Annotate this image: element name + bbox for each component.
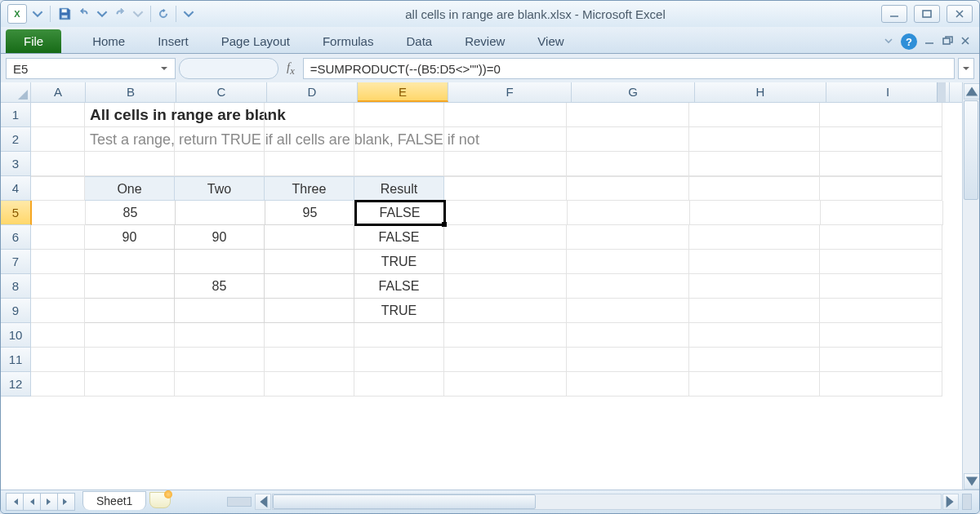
cell-B5[interactable]: 85 bbox=[86, 201, 176, 225]
next-sheet-icon[interactable] bbox=[40, 493, 58, 511]
tab-split-handle[interactable] bbox=[227, 497, 252, 507]
split-handle-top[interactable] bbox=[937, 82, 946, 102]
col-header-E[interactable]: E bbox=[358, 82, 448, 102]
maximize-button[interactable] bbox=[914, 5, 940, 23]
cell-B8[interactable] bbox=[85, 274, 175, 299]
row-header-3[interactable]: 3 bbox=[1, 152, 31, 176]
cell-D6[interactable] bbox=[265, 225, 354, 250]
hscroll-track[interactable] bbox=[272, 494, 942, 510]
col-header-D[interactable]: D bbox=[267, 82, 358, 102]
quick-access-toolbar: X bbox=[7, 4, 196, 24]
row-header-9[interactable]: 9 bbox=[1, 299, 31, 323]
tab-formulas[interactable]: Formulas bbox=[306, 29, 390, 53]
formula-expand-icon[interactable] bbox=[958, 58, 974, 79]
cell-D5[interactable]: 95 bbox=[265, 201, 355, 225]
fill-handle[interactable] bbox=[442, 222, 447, 227]
col-header-I[interactable]: I bbox=[826, 82, 950, 102]
subtitle-cell[interactable]: Test a range, return TRUE if all cells a… bbox=[85, 127, 175, 152]
scroll-up-icon[interactable] bbox=[964, 83, 980, 100]
cell-C6[interactable]: 90 bbox=[175, 225, 265, 250]
horizontal-scrollbar[interactable] bbox=[225, 493, 974, 511]
redo-dropdown-icon[interactable] bbox=[131, 7, 145, 21]
scroll-thumb[interactable] bbox=[964, 100, 978, 200]
row-header-12[interactable]: 12 bbox=[1, 372, 31, 397]
table-header-one[interactable]: One bbox=[85, 176, 175, 201]
cell-E7[interactable]: TRUE bbox=[354, 250, 444, 274]
scroll-left-icon[interactable] bbox=[255, 494, 271, 510]
ribbon-tabs: File Home Insert Page Layout Formulas Da… bbox=[1, 27, 979, 54]
col-header-C[interactable]: C bbox=[176, 82, 267, 102]
table-header-result[interactable]: Result bbox=[354, 176, 444, 201]
table-header-two[interactable]: Two bbox=[175, 176, 265, 201]
cell-E6[interactable]: FALSE bbox=[354, 225, 444, 250]
fx-icon[interactable]: fx bbox=[282, 60, 300, 78]
row-header-10[interactable]: 10 bbox=[1, 323, 31, 348]
formula-input[interactable]: =SUMPRODUCT(--(B5:D5<>""))=0 bbox=[303, 58, 955, 79]
row-header-11[interactable]: 11 bbox=[1, 348, 31, 372]
cell-E9[interactable]: TRUE bbox=[354, 299, 444, 323]
title-cell[interactable]: All cells in range are blank bbox=[85, 103, 175, 127]
split-handle-right[interactable] bbox=[962, 494, 972, 510]
row-header-6[interactable]: 6 bbox=[1, 225, 31, 250]
tab-data[interactable]: Data bbox=[390, 29, 448, 53]
scroll-down-icon[interactable] bbox=[964, 473, 980, 490]
workbook-minimize-icon[interactable] bbox=[924, 35, 935, 49]
hscroll-thumb[interactable] bbox=[273, 494, 536, 509]
cell-B9[interactable] bbox=[85, 299, 175, 323]
col-header-B[interactable]: B bbox=[86, 82, 176, 102]
undo-dropdown-icon[interactable] bbox=[95, 7, 109, 21]
row-header-4[interactable]: 4 bbox=[1, 176, 31, 201]
workbook-close-icon[interactable] bbox=[960, 35, 971, 49]
col-header-G[interactable]: G bbox=[572, 82, 695, 102]
prev-sheet-icon[interactable] bbox=[23, 493, 41, 511]
workbook-restore-icon[interactable] bbox=[942, 35, 953, 49]
cell-D7[interactable] bbox=[265, 250, 354, 274]
tab-page-layout[interactable]: Page Layout bbox=[205, 29, 306, 53]
cell-E8[interactable]: FALSE bbox=[354, 274, 444, 299]
row-header-1[interactable]: 1 bbox=[1, 103, 31, 127]
tab-review[interactable]: Review bbox=[448, 29, 521, 53]
cell-B7[interactable] bbox=[85, 250, 175, 274]
new-sheet-icon[interactable] bbox=[149, 492, 171, 508]
row-header-7[interactable]: 7 bbox=[1, 250, 31, 274]
name-box[interactable]: E5 bbox=[6, 58, 176, 79]
minimize-button[interactable] bbox=[881, 5, 907, 23]
cell-C8[interactable]: 85 bbox=[175, 274, 265, 299]
vertical-scrollbar[interactable] bbox=[962, 82, 979, 490]
col-header-F[interactable]: F bbox=[448, 82, 572, 102]
select-all-corner[interactable] bbox=[1, 82, 31, 102]
scroll-track[interactable] bbox=[963, 100, 979, 472]
col-header-H[interactable]: H bbox=[695, 82, 826, 102]
cell-B6[interactable]: 90 bbox=[85, 225, 175, 250]
excel-icon[interactable]: X bbox=[7, 4, 27, 24]
cell-D9[interactable] bbox=[265, 299, 354, 323]
tab-insert[interactable]: Insert bbox=[141, 29, 205, 53]
cell-E5-selected[interactable]: FALSE bbox=[355, 201, 445, 225]
ribbon-minimize-icon[interactable] bbox=[883, 35, 894, 49]
qat-dropdown-icon[interactable] bbox=[30, 7, 45, 21]
file-tab[interactable]: File bbox=[6, 29, 61, 53]
redo-icon[interactable] bbox=[113, 7, 127, 21]
row-header-2[interactable]: 2 bbox=[1, 127, 31, 152]
help-icon[interactable]: ? bbox=[901, 33, 917, 50]
cell-C7[interactable] bbox=[175, 250, 265, 274]
col-header-A[interactable]: A bbox=[31, 82, 86, 102]
tab-view[interactable]: View bbox=[521, 29, 580, 53]
save-icon[interactable] bbox=[56, 5, 74, 23]
repeat-icon[interactable] bbox=[156, 7, 171, 21]
tab-home[interactable]: Home bbox=[76, 29, 141, 53]
qat-customize-icon[interactable] bbox=[181, 7, 196, 21]
row-header-8[interactable]: 8 bbox=[1, 274, 31, 299]
table-header-three[interactable]: Three bbox=[265, 176, 354, 201]
sheet-tab[interactable]: Sheet1 bbox=[82, 491, 146, 510]
row-header-5[interactable]: 5 bbox=[1, 201, 32, 225]
cell-D8[interactable] bbox=[265, 274, 354, 299]
cell-C9[interactable] bbox=[175, 299, 265, 323]
last-sheet-icon[interactable] bbox=[57, 493, 75, 511]
scroll-right-icon[interactable] bbox=[942, 494, 959, 510]
first-sheet-icon[interactable] bbox=[6, 493, 24, 511]
cell-C5[interactable] bbox=[176, 201, 265, 225]
function-buttons[interactable] bbox=[179, 58, 278, 79]
undo-icon[interactable] bbox=[77, 7, 91, 21]
close-button[interactable] bbox=[947, 5, 973, 23]
